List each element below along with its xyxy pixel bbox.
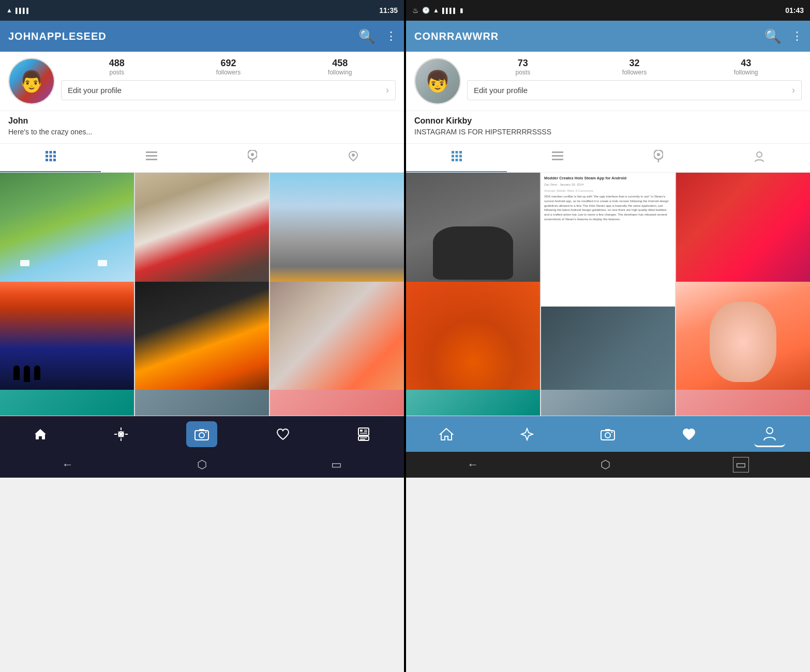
search-icon-left[interactable]: 🔍 — [358, 28, 375, 44]
tab-tagged-right[interactable] — [709, 144, 810, 172]
bottom-nav-camera-right[interactable] — [592, 421, 623, 447]
home-button-right[interactable]: ⬡ — [601, 458, 610, 471]
svg-rect-30 — [358, 436, 369, 440]
svg-point-53 — [767, 427, 773, 434]
bio-section-left: John Here's to the crazy ones... — [0, 111, 404, 143]
stat-following-left[interactable]: 458 following — [284, 58, 396, 76]
avatar-right: 👦 — [414, 58, 461, 104]
signal-icon-right: ▌▌▌▌ — [442, 8, 457, 13]
top-nav-icons-left: 🔍 ⋮ — [358, 28, 396, 44]
stat-followers-left[interactable]: 692 followers — [173, 58, 284, 76]
svg-point-50 — [605, 433, 610, 438]
bottom-nav-activity-left[interactable] — [267, 421, 298, 447]
signal-icon: ▌▌▌▌ — [16, 8, 30, 13]
article-headline: Modder Creates Holo Steam App for Androi… — [544, 176, 672, 181]
stats-row-right: 73 posts 32 followers 43 following — [467, 58, 802, 76]
photo-4-left[interactable] — [0, 282, 134, 390]
bottom-nav-camera-left[interactable] — [186, 421, 217, 447]
svg-point-24 — [205, 431, 207, 433]
stat-label-followers-right: followers — [622, 69, 647, 76]
profile-section-right: 👦 73 posts 32 followers 43 following Ed — [406, 52, 810, 111]
svg-rect-42 — [552, 151, 563, 153]
photo-partial-2-right[interactable] — [541, 390, 675, 416]
recent-button-right[interactable]: ▭ — [733, 457, 749, 472]
bottom-nav-home-left[interactable] — [25, 421, 56, 447]
steam-icon: ♨ — [412, 6, 419, 14]
svg-rect-8 — [53, 159, 56, 161]
svg-rect-26 — [360, 430, 363, 432]
edit-profile-arrow-right: › — [792, 85, 795, 96]
profile-section-left: 👨 488 posts 692 followers 458 following — [0, 52, 404, 111]
tab-list-left[interactable] — [101, 144, 202, 172]
photo-c6-right[interactable] — [676, 282, 810, 390]
back-button-right[interactable]: ← — [467, 458, 478, 471]
svg-rect-37 — [455, 155, 458, 158]
tagged-icon-left — [348, 150, 358, 164]
battery-icon-right: ▮ — [460, 7, 463, 14]
stat-number-followers-right: 32 — [629, 58, 639, 69]
photo-partial-3-left[interactable] — [270, 390, 404, 416]
stat-number-followers-left: 692 — [220, 58, 236, 69]
tab-location-right[interactable] — [608, 144, 709, 172]
svg-rect-36 — [452, 155, 454, 158]
svg-rect-34 — [455, 151, 458, 154]
location-icon-right — [654, 150, 663, 165]
photo-c2-right[interactable]: Modder Creates Holo Steam App for Androi… — [541, 173, 675, 307]
bottom-nav-profile-left[interactable] — [348, 421, 379, 447]
tab-list-right[interactable] — [507, 144, 608, 172]
back-button-left[interactable]: ← — [62, 458, 73, 471]
edit-profile-arrow-left: › — [386, 85, 389, 96]
stat-number-posts-right: 73 — [518, 58, 528, 69]
bottom-nav-home-right[interactable] — [431, 421, 462, 447]
svg-rect-5 — [53, 155, 56, 157]
stat-label-followers-left: followers — [216, 69, 241, 76]
svg-rect-41 — [459, 159, 462, 161]
edit-profile-button-left[interactable]: Edit your profile › — [61, 80, 396, 100]
svg-rect-10 — [146, 155, 157, 157]
stat-posts-right[interactable]: 73 posts — [467, 58, 579, 76]
svg-rect-44 — [552, 159, 563, 160]
menu-icon-right[interactable]: ⋮ — [791, 29, 802, 43]
photo-6-left[interactable] — [270, 282, 404, 390]
profile-stats-right: 73 posts 32 followers 43 following Edit … — [467, 58, 802, 100]
bio-name-right: Connor Kirkby — [414, 116, 802, 126]
stat-following-right[interactable]: 43 following — [690, 58, 802, 76]
grid-icon-left — [45, 150, 56, 165]
tab-grid-right[interactable] — [406, 144, 507, 172]
svg-rect-6 — [46, 159, 48, 161]
tab-location-left[interactable] — [202, 144, 303, 172]
svg-rect-38 — [459, 155, 462, 158]
bottom-nav-activity-right[interactable] — [673, 421, 704, 447]
svg-rect-7 — [49, 159, 52, 161]
photo-partial-1-right[interactable] — [406, 390, 540, 416]
bottom-nav-explore-left[interactable] — [106, 421, 137, 447]
photo-partial-3-right[interactable] — [676, 390, 810, 416]
bottom-nav-explore-right[interactable] — [512, 421, 543, 447]
list-icon-right — [552, 151, 563, 163]
bottom-nav-profile-right[interactable] — [754, 421, 785, 447]
top-nav-left: JOHNAPPLESEED 🔍 ⋮ — [0, 21, 404, 52]
tagged-icon-right — [754, 150, 764, 164]
svg-rect-39 — [452, 159, 454, 161]
svg-rect-9 — [146, 151, 157, 153]
stat-followers-right[interactable]: 32 followers — [579, 58, 691, 76]
search-icon-right[interactable]: 🔍 — [764, 28, 781, 44]
photo-partial-1-left[interactable] — [0, 390, 134, 416]
menu-icon-left[interactable]: ⋮ — [385, 29, 396, 43]
photo-c4-right[interactable] — [406, 282, 540, 390]
avatar-image-right: 👦 — [425, 69, 451, 94]
grid-icon-right — [451, 150, 462, 164]
home-button-left[interactable]: ⬡ — [197, 458, 207, 471]
stat-posts-left[interactable]: 488 posts — [61, 58, 173, 76]
photo-5-left[interactable] — [135, 282, 269, 390]
edit-profile-text-left: Edit your profile — [68, 86, 122, 95]
photo-partial-2-left[interactable] — [135, 390, 269, 416]
recent-button-left[interactable]: ▭ — [331, 458, 342, 471]
tab-grid-left[interactable] — [0, 144, 101, 172]
tab-tagged-left[interactable] — [303, 144, 404, 172]
bottom-nav-left — [0, 416, 404, 452]
article-tags: Android, Mobile, Beta, 8 Comments — [544, 189, 672, 193]
photo-grid-partial-left — [0, 390, 404, 416]
wifi-icon: ▲ — [6, 7, 12, 14]
edit-profile-button-right[interactable]: Edit your profile › — [467, 80, 802, 100]
